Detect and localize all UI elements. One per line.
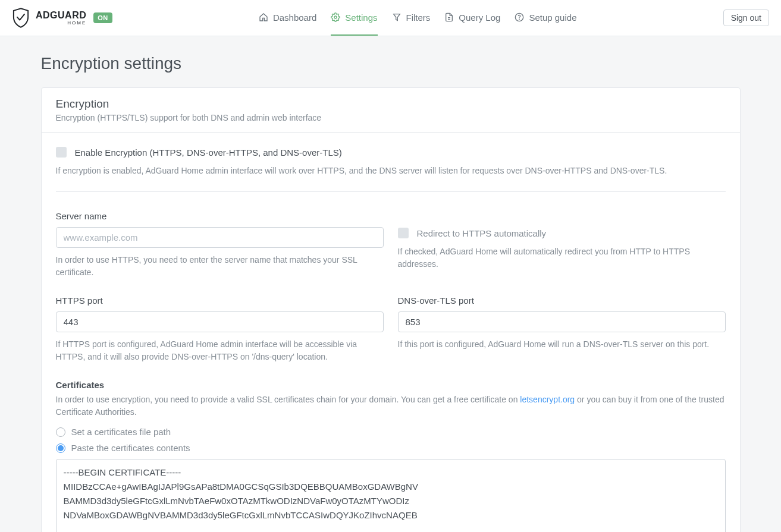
nav-settings[interactable]: Settings: [331, 1, 377, 36]
tls-port-label: DNS-over-TLS port: [398, 295, 726, 306]
radio-cert-paste[interactable]: [56, 443, 65, 453]
https-port-group: HTTPS port If HTTPS port is configured, …: [56, 295, 384, 363]
nav-dashboard[interactable]: Dashboard: [259, 1, 316, 36]
nav-label: Query Log: [459, 12, 500, 23]
nav-label: Dashboard: [273, 12, 316, 23]
logo-text: ADGUARD HOME: [36, 11, 86, 26]
home-icon: [259, 12, 268, 22]
tls-port-input[interactable]: [398, 311, 726, 332]
divider: [56, 191, 726, 192]
redirect-group: Redirect to HTTPS automatically If check…: [398, 211, 726, 279]
radio-cert-path-label: Set a certificates file path: [71, 427, 171, 437]
nav-label: Filters: [406, 12, 431, 23]
card-title: Encryption: [56, 97, 726, 111]
radio-cert-paste-row: Paste the certificates contents: [56, 443, 726, 453]
certificate-textarea[interactable]: [56, 459, 726, 532]
sign-out-button[interactable]: Sign out: [723, 10, 769, 26]
logo[interactable]: ADGUARD HOME: [12, 8, 86, 28]
tls-port-help: If this port is configured, AdGuard Home…: [398, 338, 726, 351]
page-title: Encryption settings: [41, 54, 741, 73]
filter-icon: [392, 12, 402, 22]
status-badge: ON: [93, 12, 112, 23]
server-name-input[interactable]: [56, 227, 384, 248]
logo-main: ADGUARD: [36, 11, 86, 20]
https-port-label: HTTPS port: [56, 295, 384, 306]
enable-encryption-label: Enable Encryption (HTTPS, DNS-over-HTTPS…: [75, 147, 342, 158]
nav-label: Settings: [345, 12, 377, 23]
header: ADGUARD HOME ON Dashboard Settings Filte…: [0, 0, 781, 36]
radio-cert-paste-label: Paste the certificates contents: [71, 443, 190, 453]
certificates-description: In order to use encryption, you need to …: [56, 394, 726, 418]
enable-encryption-help: If encryption is enabled, AdGuard Home a…: [56, 165, 726, 177]
server-name-label: Server name: [56, 211, 384, 221]
header-inner: ADGUARD HOME ON Dashboard Settings Filte…: [12, 1, 769, 36]
main-nav: Dashboard Settings Filters Query Log Set…: [259, 1, 577, 36]
redirect-row: Redirect to HTTPS automatically: [398, 228, 726, 238]
svg-point-2: [519, 19, 520, 20]
letsencrypt-link[interactable]: letsencrypt.org: [520, 395, 575, 404]
card-subtitle: Encryption (HTTPS/TLS) support for both …: [56, 113, 726, 122]
file-icon: [444, 12, 454, 22]
https-port-input[interactable]: [56, 311, 384, 332]
card-body: Enable Encryption (HTTPS, DNS-over-HTTPS…: [42, 133, 740, 532]
help-icon: [515, 12, 524, 22]
encryption-card: Encryption Encryption (HTTPS/TLS) suppor…: [41, 87, 741, 532]
card-header: Encryption Encryption (HTTPS/TLS) suppor…: [42, 88, 740, 133]
logo-area: ADGUARD HOME ON: [12, 8, 112, 28]
enable-encryption-row: Enable Encryption (HTTPS, DNS-over-HTTPS…: [56, 147, 726, 158]
server-name-group: Server name In order to use HTTPS, you n…: [56, 211, 384, 279]
redirect-label: Redirect to HTTPS automatically: [417, 228, 547, 238]
nav-setup-guide[interactable]: Setup guide: [515, 1, 576, 36]
gear-icon: [331, 12, 340, 22]
certificates-section: Certificates In order to use encryption,…: [56, 380, 726, 532]
radio-cert-path[interactable]: [56, 427, 65, 437]
row-server-redirect: Server name In order to use HTTPS, you n…: [56, 211, 726, 279]
certificates-heading: Certificates: [56, 380, 726, 390]
server-name-help: In order to use HTTPS, you need to enter…: [56, 254, 384, 279]
redirect-help: If checked, AdGuard Home will automatica…: [398, 245, 726, 270]
nav-filters[interactable]: Filters: [392, 1, 431, 36]
nav-query-log[interactable]: Query Log: [444, 1, 500, 36]
page-container: Encryption settings Encryption Encryptio…: [41, 36, 741, 532]
shield-icon: [12, 8, 30, 28]
enable-encryption-checkbox[interactable]: [56, 147, 67, 158]
logo-sub: HOME: [67, 21, 86, 26]
https-port-help: If HTTPS port is configured, AdGuard Hom…: [56, 338, 384, 363]
radio-cert-path-row: Set a certificates file path: [56, 427, 726, 437]
tls-port-group: DNS-over-TLS port If this port is config…: [398, 295, 726, 363]
redirect-checkbox[interactable]: [398, 228, 409, 238]
svg-point-0: [334, 16, 337, 18]
nav-label: Setup guide: [529, 12, 576, 23]
row-ports: HTTPS port If HTTPS port is configured, …: [56, 295, 726, 363]
cert-desc-pre: In order to use encryption, you need to …: [56, 395, 520, 404]
